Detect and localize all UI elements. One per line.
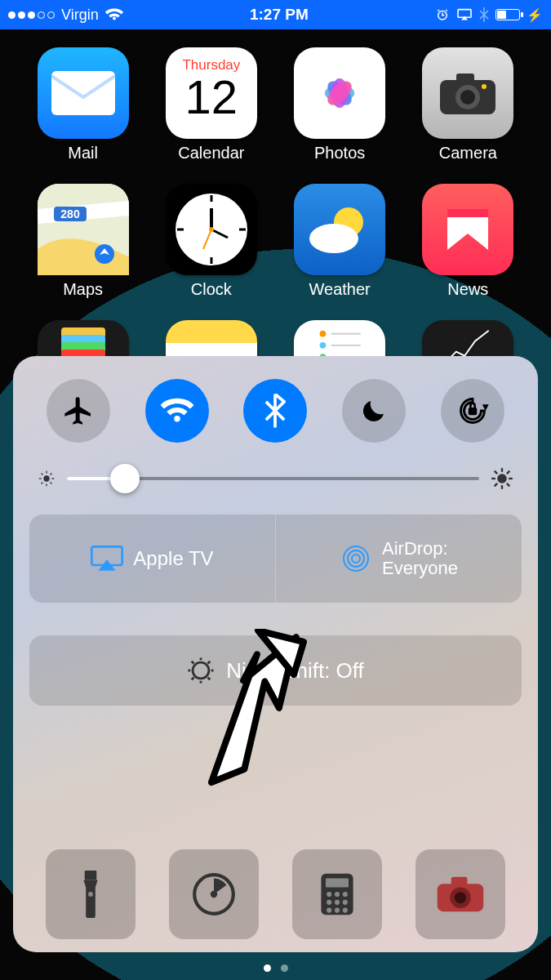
svg-point-43: [43, 475, 49, 481]
svg-rect-79: [326, 878, 349, 887]
rotation-lock-toggle[interactable]: [441, 379, 504, 443]
svg-point-85: [343, 900, 348, 905]
brightness-slider[interactable]: [29, 467, 522, 490]
svg-rect-31: [447, 209, 488, 217]
app-label: Weather: [309, 280, 371, 299]
svg-point-62: [352, 555, 360, 563]
svg-line-71: [208, 678, 211, 680]
app-label: Maps: [63, 280, 103, 299]
app-weather[interactable]: Weather: [282, 184, 398, 299]
svg-point-81: [335, 892, 340, 897]
charging-icon: ⚡: [527, 7, 543, 23]
svg-line-60: [507, 471, 510, 474]
camera-button[interactable]: [415, 849, 505, 939]
svg-point-14: [460, 90, 475, 105]
svg-point-88: [343, 908, 348, 913]
airplane-mode-toggle[interactable]: [47, 379, 110, 443]
svg-point-86: [327, 908, 331, 913]
app-photos[interactable]: Photos: [282, 47, 398, 163]
control-center-panel[interactable]: Apple TV AirDrop: Everyone Night Shift: …: [13, 356, 538, 952]
app-label: News: [447, 280, 488, 299]
brightness-low-icon: [38, 470, 56, 488]
svg-line-50: [42, 483, 43, 484]
page-dot[interactable]: [264, 964, 271, 972]
bluetooth-icon: [264, 394, 286, 428]
app-label: Mail: [68, 144, 98, 163]
svg-point-84: [335, 900, 340, 905]
svg-point-19: [95, 244, 114, 264]
app-label: Camera: [439, 144, 497, 163]
airdrop-button[interactable]: AirDrop: Everyone: [275, 514, 522, 603]
carrier-label: Virgin: [61, 7, 99, 24]
do-not-disturb-toggle[interactable]: [342, 379, 406, 443]
calculator-icon: [318, 871, 357, 917]
svg-point-87: [335, 908, 340, 913]
svg-point-30: [309, 224, 358, 253]
app-news[interactable]: News: [410, 184, 527, 299]
camera-icon: [422, 47, 513, 139]
app-maps[interactable]: 280 Maps: [24, 184, 141, 299]
svg-line-58: [507, 483, 510, 487]
calendar-icon: Thursday 12: [166, 47, 257, 139]
flashlight-button[interactable]: [46, 849, 136, 939]
svg-line-73: [208, 662, 211, 664]
airplay-label: Apple TV: [133, 547, 213, 570]
toggle-row: [29, 379, 522, 443]
bluetooth-status-icon: [479, 7, 489, 22]
svg-rect-12: [456, 74, 474, 83]
rotation-lock-icon: [455, 394, 490, 428]
night-shift-button[interactable]: Night Shift: Off: [29, 635, 522, 706]
svg-text:280: 280: [60, 207, 80, 220]
svg-point-63: [348, 550, 364, 567]
app-label: Photos: [314, 144, 365, 163]
app-label: Clock: [191, 280, 232, 299]
page-indicator[interactable]: [0, 964, 551, 972]
airdrop-icon: [340, 542, 372, 575]
status-bar: Virgin 1:27 PM ⚡: [0, 0, 551, 29]
svg-rect-42: [468, 408, 477, 415]
airplay-icon: [91, 546, 123, 572]
airplay-button[interactable]: Apple TV: [29, 514, 275, 603]
brightness-high-icon: [491, 467, 513, 490]
svg-point-82: [343, 892, 348, 897]
flashlight-icon: [76, 868, 105, 920]
airplay-status-icon: [456, 8, 473, 21]
mail-icon: [38, 47, 129, 139]
app-clock[interactable]: Clock: [153, 184, 269, 299]
shortcut-row: [29, 849, 522, 939]
weather-icon: [294, 184, 385, 275]
svg-point-75: [88, 892, 93, 897]
airdrop-label-1: AirDrop:: [382, 539, 458, 559]
svg-rect-2: [51, 71, 115, 115]
airdrop-label-2: Everyone: [382, 559, 458, 578]
app-label: Calendar: [178, 144, 244, 163]
timer-button[interactable]: [169, 849, 259, 939]
night-shift-label: Night Shift: Off: [226, 658, 364, 684]
wifi-icon: [105, 8, 123, 21]
brightness-thumb[interactable]: [110, 464, 140, 493]
svg-point-37: [320, 342, 327, 349]
app-calendar[interactable]: Thursday 12 Calendar: [153, 47, 269, 163]
news-icon: [422, 184, 513, 275]
svg-rect-90: [451, 877, 467, 886]
airplane-icon: [62, 394, 95, 427]
svg-point-28: [209, 227, 214, 232]
svg-line-59: [495, 483, 498, 487]
svg-rect-74: [85, 871, 97, 880]
page-dot[interactable]: [281, 964, 288, 972]
camera-shortcut-icon: [434, 875, 487, 914]
wifi-toggle[interactable]: [145, 379, 209, 443]
wifi-icon: [160, 397, 194, 425]
timer-icon: [191, 871, 237, 917]
brightness-track[interactable]: [67, 477, 479, 480]
maps-icon: 280: [38, 184, 129, 275]
app-mail[interactable]: Mail: [24, 47, 141, 163]
bluetooth-toggle[interactable]: [243, 379, 307, 443]
svg-line-51: [51, 474, 52, 475]
svg-point-15: [482, 84, 487, 89]
calculator-button[interactable]: [292, 849, 382, 939]
moon-icon: [359, 396, 389, 425]
battery-icon: [495, 9, 520, 20]
app-camera[interactable]: Camera: [410, 47, 527, 163]
media-row: Apple TV AirDrop: Everyone: [29, 514, 522, 603]
